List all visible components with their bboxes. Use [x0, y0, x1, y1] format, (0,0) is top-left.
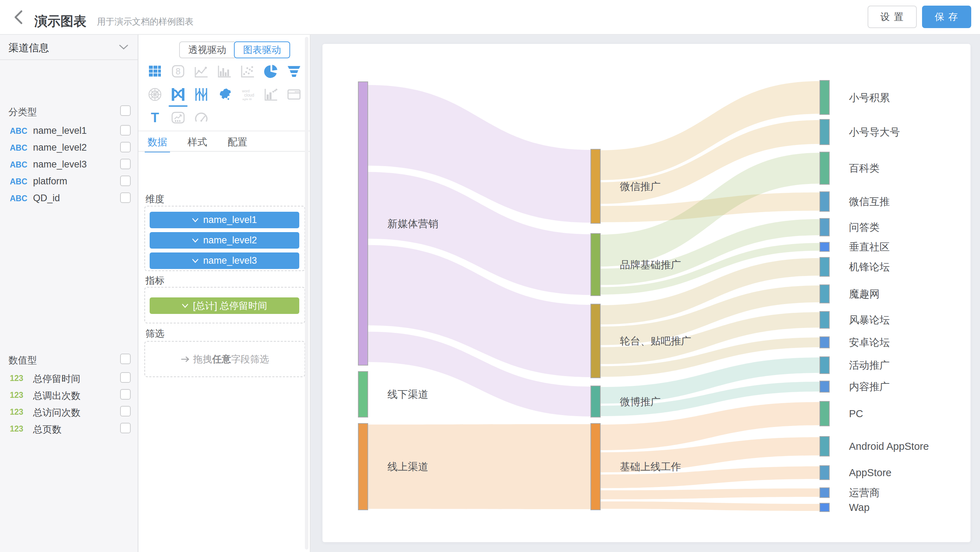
settings-button[interactable]: 设 置: [868, 6, 917, 28]
number-type-icon: 123: [10, 390, 30, 400]
sankey-node-label: 小号积累: [849, 92, 890, 103]
numeric-section-checkbox[interactable]: [120, 353, 130, 364]
sankey-node-label: 风暴论坛: [849, 314, 890, 326]
chevron-down-icon: [192, 218, 199, 222]
combo-chart-icon[interactable]: [259, 83, 282, 106]
scatter-plot-icon[interactable]: [236, 60, 259, 83]
sankey-node-label: 基础上线工作: [620, 461, 681, 472]
sankey-node: [820, 312, 829, 328]
page-title: 演示图表: [34, 13, 86, 30]
dimension-pill-name_level2[interactable]: name_level2: [150, 232, 299, 249]
field-name_level2[interactable]: ABC name_level2: [0, 139, 138, 156]
dataset-selector[interactable]: 渠道信息: [0, 35, 138, 60]
parallel-chart-icon[interactable]: [190, 83, 213, 106]
bar-chart-icon[interactable]: [213, 60, 236, 83]
chevron-down-icon: [192, 258, 199, 263]
dimension-label: 维度: [145, 193, 164, 205]
sankey-chart-icon[interactable]: [167, 83, 190, 106]
field-name_level3[interactable]: ABC name_level3: [0, 156, 138, 173]
svg-text:T: T: [151, 110, 159, 125]
iframe-widget-icon[interactable]: [282, 83, 305, 106]
number-type-icon: 123: [10, 424, 30, 434]
sankey-node-label: 魔趣网: [849, 288, 880, 299]
tab-config[interactable]: 配置: [228, 135, 247, 152]
field-platform[interactable]: ABC platform: [0, 173, 138, 189]
sankey-chart[interactable]: 新媒体营销线下渠道线上渠道微信推广品牌基础推广轮台、贴吧推广微博推广基础上线工作…: [323, 44, 970, 542]
sankey-node: [820, 436, 829, 456]
save-button[interactable]: 保 存: [922, 6, 971, 28]
category-section-checkbox[interactable]: [120, 105, 130, 116]
chart-type-grid: 8: [142, 60, 307, 129]
sankey-node-label: 问答类: [849, 221, 880, 233]
field-checkbox[interactable]: [120, 159, 130, 169]
field-checkbox[interactable]: [120, 125, 130, 135]
sankey-node-label: 小号导大号: [849, 126, 900, 138]
tab-data[interactable]: 数据: [148, 135, 167, 152]
text-widget-icon[interactable]: T: [143, 106, 167, 129]
field-total-callouts[interactable]: 123 总调出次数: [0, 386, 138, 403]
chart-card: 新媒体营销线下渠道线上渠道微信推广品牌基础推广轮台、贴吧推广微博推广基础上线工作…: [323, 44, 970, 542]
dimension-pill-name_level1[interactable]: name_level1: [150, 212, 299, 228]
text-type-icon: ABC: [10, 160, 30, 170]
sankey-link: [600, 488, 820, 500]
field-name_level1[interactable]: ABC name_level1: [0, 122, 138, 139]
number-type-icon: 123: [10, 374, 30, 383]
sankey-node: [358, 82, 368, 365]
funnel-chart-icon[interactable]: [282, 60, 305, 83]
word-cloud-icon[interactable]: word cloud agile BI: [236, 83, 259, 106]
sankey-node: [820, 488, 829, 498]
dimension-pill-name_level3[interactable]: name_level3: [150, 253, 299, 269]
china-map-icon[interactable]: [213, 83, 236, 106]
filter-dropzone[interactable]: 拖拽任意字段筛选: [144, 341, 305, 377]
field-checkbox[interactable]: [120, 142, 130, 153]
svg-text:8: 8: [176, 66, 181, 76]
sankey-node-label: PC: [849, 408, 863, 419]
sankey-node-label: 微信推广: [620, 181, 661, 192]
svg-text:cloud: cloud: [244, 93, 254, 98]
sankey-node-label: 轮台、贴吧推广: [620, 335, 691, 347]
kpi-chart-icon[interactable]: [167, 106, 190, 129]
mode-toggle: 透视驱动 图表驱动: [179, 41, 290, 58]
metric-label: 指标: [145, 274, 164, 287]
sankey-node: [820, 258, 829, 276]
sankey-node-label: 安卓论坛: [849, 337, 890, 348]
field-checkbox[interactable]: [120, 423, 130, 433]
mode-pivot-driven[interactable]: 透视驱动: [179, 41, 235, 58]
sankey-link: [600, 501, 820, 511]
table-chart-icon[interactable]: [143, 60, 167, 83]
metric-dropzone[interactable]: [总计] 总停留时间: [144, 287, 305, 323]
text-type-icon: ABC: [10, 194, 30, 203]
sankey-node: [591, 304, 600, 378]
chevron-down-icon: [181, 303, 189, 308]
field-checkbox[interactable]: [120, 192, 130, 203]
mode-chart-driven[interactable]: 图表驱动: [234, 41, 290, 58]
sankey-node-label: Wap: [849, 502, 870, 513]
sankey-node: [820, 337, 829, 348]
sankey-node: [591, 149, 600, 223]
sankey-node: [820, 466, 829, 480]
sankey-node: [358, 423, 368, 510]
sankey-node-label: 微信互推: [849, 196, 890, 207]
field-total-pages[interactable]: 123 总页数: [0, 420, 138, 437]
field-checkbox[interactable]: [120, 176, 130, 186]
radar-chart-icon[interactable]: [143, 83, 167, 106]
dimension-dropzone[interactable]: name_level1 name_level2 name_level3: [144, 206, 305, 271]
field-checkbox[interactable]: [120, 406, 130, 417]
field-checkbox[interactable]: [120, 372, 130, 383]
field-total-stay-time[interactable]: 123 总停留时间: [0, 369, 138, 386]
field-checkbox[interactable]: [120, 389, 130, 399]
panel-scrollbar[interactable]: [305, 37, 309, 550]
gauge-chart-icon[interactable]: [190, 106, 213, 129]
sankey-node-label: 内容推广: [849, 381, 890, 392]
sankey-node-label: 品牌基础推广: [620, 259, 681, 270]
line-chart-icon[interactable]: [190, 60, 213, 83]
metric-pill-total-stay-time[interactable]: [总计] 总停留时间: [150, 297, 299, 314]
kpi-card-icon[interactable]: 8: [167, 60, 190, 83]
field-QD_id[interactable]: ABC QD_id: [0, 189, 138, 207]
panel-tabs: 数据 样式 配置: [148, 135, 247, 152]
back-button[interactable]: [10, 8, 29, 27]
tab-style[interactable]: 样式: [188, 135, 207, 152]
pie-chart-icon[interactable]: [259, 60, 282, 83]
field-total-visits[interactable]: 123 总访问次数: [0, 403, 138, 420]
chevron-down-icon: [192, 238, 199, 243]
